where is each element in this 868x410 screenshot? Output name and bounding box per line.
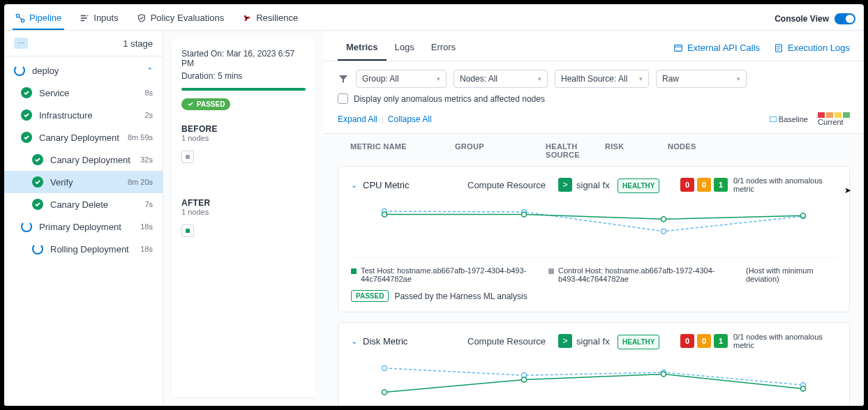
top-tab-bar: Pipeline Inputs Policy Evaluations Resil… bbox=[4, 4, 864, 31]
policy-icon bbox=[137, 13, 147, 23]
check-icon bbox=[21, 87, 32, 98]
inputs-icon bbox=[80, 13, 89, 23]
svg-rect-5 bbox=[675, 45, 682, 51]
duration-label: 8m 59s bbox=[128, 133, 153, 142]
duration-label: 18s bbox=[140, 245, 153, 253]
duration-label: 8m 20s bbox=[128, 178, 153, 186]
tree-item-canary-deployment[interactable]: Canary Deployment32s bbox=[4, 149, 163, 171]
tab-inputs[interactable]: Inputs bbox=[77, 7, 121, 30]
started-on: Started On: Mar 16, 2023 6:57 PM bbox=[181, 49, 306, 68]
tree-item-verify[interactable]: Verify8m 20s bbox=[4, 171, 163, 193]
duration-label: 32s bbox=[140, 155, 153, 164]
pipeline-icon bbox=[15, 13, 25, 23]
chevron-down-icon: ▾ bbox=[639, 75, 643, 82]
logs-icon bbox=[774, 43, 784, 53]
tree-item-deploy[interactable]: deploy⌃ bbox=[4, 59, 163, 82]
filter-icon[interactable] bbox=[338, 73, 349, 84]
metric-chart bbox=[351, 203, 837, 248]
console-view-toggle[interactable]: Console View bbox=[775, 13, 855, 24]
filter-bar: Group: All▾ Nodes: All▾ Health Source: A… bbox=[324, 61, 864, 92]
svg-point-13 bbox=[661, 217, 666, 222]
api-icon bbox=[673, 43, 683, 53]
subtab-logs[interactable]: Logs bbox=[387, 35, 423, 61]
filter-mode[interactable]: Raw▾ bbox=[656, 70, 747, 88]
check-icon bbox=[32, 176, 43, 188]
svg-point-19 bbox=[382, 390, 387, 395]
duration-label: 7s bbox=[144, 200, 153, 208]
tree-item-primary-deployment[interactable]: Primary Deployment18s bbox=[4, 215, 163, 238]
chevron-down-icon: ▾ bbox=[538, 75, 541, 82]
svg-point-1 bbox=[21, 19, 24, 22]
filter-nodes[interactable]: Nodes: All▾ bbox=[454, 70, 548, 88]
node-anomaly-text: 0/1 nodes with anomalous metric bbox=[733, 333, 837, 349]
subtab-metrics[interactable]: Metrics bbox=[338, 35, 387, 61]
tab-pipeline[interactable]: Pipeline bbox=[13, 7, 64, 30]
tree-item-rolling-deployment[interactable]: Rolling Deployment18s bbox=[4, 238, 163, 260]
metric-card-disk-metric: ⌄ Disk Metric Compute Resource >signal f… bbox=[338, 322, 850, 406]
check-icon bbox=[21, 109, 32, 121]
tree-item-infrastructure[interactable]: Infrastructure2s bbox=[4, 104, 163, 126]
risk-badge: HEALTHY bbox=[618, 335, 659, 349]
duration-label: 18s bbox=[140, 222, 153, 231]
after-node-box[interactable] bbox=[181, 225, 194, 237]
subtab-errors[interactable]: Errors bbox=[423, 35, 464, 61]
control-host-swatch-icon bbox=[548, 268, 554, 274]
resilience-icon bbox=[242, 13, 252, 23]
stage-grid-icon[interactable]: ⋯ bbox=[14, 38, 28, 49]
before-node-box[interactable] bbox=[181, 151, 194, 163]
toggle-switch-icon bbox=[835, 13, 855, 24]
node-health-cells: 001 bbox=[680, 334, 728, 348]
passed-badge: PASSED bbox=[181, 98, 230, 110]
pipeline-sidebar: ⋯ 1 stage deploy⌃Service8sInfrastructure… bbox=[4, 31, 163, 406]
check-icon bbox=[32, 154, 43, 165]
stage-count: 1 stage bbox=[123, 38, 153, 49]
metric-card-cpu-metric: ⌄ CPU Metric Compute Resource >signal fx… bbox=[338, 166, 850, 312]
host-note: (Host with minimum deviation) bbox=[746, 266, 837, 283]
filter-group[interactable]: Group: All▾ bbox=[356, 70, 447, 88]
chevron-down-icon[interactable]: ⌄ bbox=[351, 181, 357, 190]
spinner-icon bbox=[21, 221, 32, 232]
col-group: GROUP bbox=[455, 142, 546, 159]
tab-label: Inputs bbox=[93, 13, 118, 23]
check-icon bbox=[32, 199, 43, 210]
metric-group: Compute Resource bbox=[467, 336, 558, 347]
passed-message: Passed by the Harness ML analysis bbox=[394, 291, 527, 301]
chart-legend: Baseline Current bbox=[770, 112, 850, 126]
duration: Duration: 5 mins bbox=[181, 71, 306, 81]
after-header: AFTER bbox=[181, 198, 306, 208]
test-host-swatch-icon bbox=[351, 268, 357, 274]
console-view-label: Console View bbox=[775, 14, 829, 24]
tab-resilience[interactable]: Resilience bbox=[239, 7, 301, 30]
tree-item-canary-deployment[interactable]: Canary Deployment8m 59s bbox=[4, 126, 163, 149]
col-metric-name: METRIC NAME bbox=[350, 142, 455, 159]
svg-point-11 bbox=[382, 212, 387, 217]
col-risk: RISK bbox=[605, 142, 668, 159]
svg-point-22 bbox=[801, 386, 806, 391]
svg-point-12 bbox=[522, 212, 527, 217]
external-api-calls-link[interactable]: External API Calls bbox=[673, 43, 760, 53]
check-icon bbox=[21, 132, 32, 143]
anomalous-only-label: Display only anomalous metrics and affec… bbox=[354, 94, 545, 104]
chevron-down-icon[interactable]: ⌄ bbox=[351, 337, 357, 346]
expand-all-link[interactable]: Expand All bbox=[338, 114, 377, 124]
tree-item-canary-delete[interactable]: Canary Delete7s bbox=[4, 193, 163, 215]
execution-logs-link[interactable]: Execution Logs bbox=[774, 43, 850, 53]
control-host: Control Host: hostname.ab667afb-1972-430… bbox=[558, 266, 732, 283]
tab-label: Resilience bbox=[256, 13, 298, 23]
filter-health-source[interactable]: Health Source: All▾ bbox=[555, 70, 649, 88]
svg-point-14 bbox=[801, 213, 806, 218]
anomalous-only-checkbox[interactable] bbox=[338, 93, 348, 104]
node-anomaly-text: 0/1 nodes with anomalous metric bbox=[733, 176, 837, 193]
svg-point-15 bbox=[382, 365, 387, 370]
chevron-up-icon: ⌃ bbox=[147, 66, 153, 75]
tab-policy[interactable]: Policy Evaluations bbox=[134, 7, 227, 30]
collapse-all-link[interactable]: Collapse All bbox=[388, 114, 432, 124]
health-source: >signal fx bbox=[558, 178, 618, 192]
spinner-icon bbox=[32, 243, 43, 255]
tree-item-service[interactable]: Service8s bbox=[4, 82, 163, 104]
passed-badge: PASSED bbox=[351, 290, 389, 302]
duration-label: 8s bbox=[144, 89, 153, 97]
svg-point-0 bbox=[16, 14, 19, 17]
after-nodes: 1 nodes bbox=[181, 208, 306, 216]
metric-name: Disk Metric bbox=[363, 336, 467, 347]
